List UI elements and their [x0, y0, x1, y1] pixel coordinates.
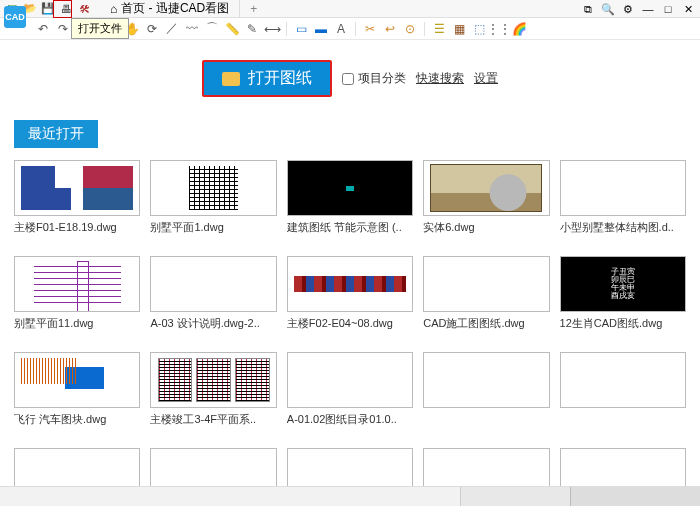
file-thumbnail: [423, 160, 549, 216]
separator: [355, 22, 356, 36]
tab-label: 首页 - 迅捷CAD看图: [121, 0, 229, 17]
file-card[interactable]: [560, 352, 686, 442]
file-card[interactable]: A-03 设计说明.dwg-2..: [150, 256, 276, 346]
draw-tools-icon[interactable]: 🛠: [76, 1, 92, 17]
status-segment-2: [570, 487, 700, 506]
file-name: 飞行 汽车图块.dwg: [14, 412, 140, 427]
rotate-icon[interactable]: ⟳: [143, 20, 161, 38]
print-icon[interactable]: 🖶: [58, 1, 74, 17]
file-name: CAD施工图图纸.dwg: [423, 316, 549, 331]
home-icon: ⌂: [110, 2, 117, 16]
file-card[interactable]: 子丑寅 卯辰巳 午未申 酉戌亥12生肖CAD图纸.dwg: [560, 256, 686, 346]
project-category-input[interactable]: [342, 73, 354, 85]
dimension-icon[interactable]: ⟷: [263, 20, 281, 38]
file-grid: 主楼F01-E18.19.dwg别墅平面1.dwg建筑图纸 节能示意图 (..实…: [14, 160, 686, 476]
file-name: 别墅平面1.dwg: [150, 220, 276, 235]
file-card[interactable]: 主楼F01-E18.19.dwg: [14, 160, 140, 250]
zoom-icon[interactable]: 🔍: [600, 1, 616, 17]
file-card[interactable]: CAD施工图图纸.dwg: [423, 256, 549, 346]
open-drawing-button[interactable]: 打开图纸: [202, 60, 332, 97]
file-card[interactable]: 飞行 汽车图块.dwg: [14, 352, 140, 442]
file-thumbnail: [560, 160, 686, 216]
file-thumbnail: [423, 352, 549, 408]
file-card[interactable]: 建筑图纸 节能示意图 (..: [287, 160, 413, 250]
status-segment: [460, 487, 570, 506]
offset-icon[interactable]: ⊙: [401, 20, 419, 38]
file-name: 主楼竣工3-4F平面系..: [150, 412, 276, 427]
file-thumbnail: 子丑寅 卯辰巳 午未申 酉戌亥: [560, 256, 686, 312]
file-thumbnail: [560, 352, 686, 408]
file-name: 主楼F02-E04~08.dwg: [287, 316, 413, 331]
file-thumbnail: [287, 160, 413, 216]
undo-icon[interactable]: ↶: [34, 20, 52, 38]
tab-add-button[interactable]: +: [242, 2, 265, 16]
project-category-checkbox[interactable]: 项目分类: [342, 70, 406, 87]
tab-home[interactable]: ⌂ 首页 - 迅捷CAD看图: [104, 0, 240, 18]
file-thumbnail: [287, 352, 413, 408]
measure-icon[interactable]: 📏: [223, 20, 241, 38]
block-icon[interactable]: ▦: [450, 20, 468, 38]
file-thumbnail: [150, 256, 276, 312]
file-thumbnail: [14, 352, 140, 408]
file-name: 12生肖CAD图纸.dwg: [560, 316, 686, 331]
maximize-button[interactable]: □: [660, 1, 676, 17]
file-thumbnail: [14, 160, 140, 216]
edit-icon[interactable]: ✎: [243, 20, 261, 38]
3d-icon[interactable]: ⬚: [470, 20, 488, 38]
project-category-label: 项目分类: [358, 70, 406, 87]
text-icon[interactable]: A: [332, 20, 350, 38]
open-drawing-label: 打开图纸: [248, 68, 312, 89]
folder-icon: [222, 72, 240, 86]
file-card[interactable]: 别墅平面11.dwg: [14, 256, 140, 346]
layer-icon[interactable]: ☰: [430, 20, 448, 38]
file-name: 别墅平面11.dwg: [14, 316, 140, 331]
file-card[interactable]: 小型别墅整体结构图.d..: [560, 160, 686, 250]
trim-icon[interactable]: ✂: [361, 20, 379, 38]
file-name: 小型别墅整体结构图.d..: [560, 220, 686, 235]
file-thumbnail: [150, 352, 276, 408]
file-card[interactable]: 别墅平面1.dwg: [150, 160, 276, 250]
file-name: 建筑图纸 节能示意图 (..: [287, 220, 413, 235]
file-card[interactable]: [423, 352, 549, 442]
content-area: 打开图纸 项目分类 快速搜索 设置 最近打开 主楼F01-E18.19.dwg别…: [0, 42, 700, 506]
file-name: 实体6.dwg: [423, 220, 549, 235]
extend-icon[interactable]: ↩: [381, 20, 399, 38]
rect-icon[interactable]: ▭: [292, 20, 310, 38]
arc-icon[interactable]: ⌒: [203, 20, 221, 38]
tooltip-open-file: 打开文件: [71, 18, 129, 39]
recent-open-tab[interactable]: 最近打开: [14, 120, 98, 148]
file-card[interactable]: 主楼竣工3-4F平面系..: [150, 352, 276, 442]
hatch-icon[interactable]: ⋮⋮: [490, 20, 508, 38]
separator: [286, 22, 287, 36]
status-bar: [0, 486, 700, 506]
separator: [424, 22, 425, 36]
titlebar: ▤ 📂 💾 🖶 🛠 ⌂ 首页 - 迅捷CAD看图 + ⧉ 🔍 ⚙ — □ ✕: [0, 0, 700, 18]
file-thumbnail: [150, 160, 276, 216]
file-card[interactable]: 主楼F02-E04~08.dwg: [287, 256, 413, 346]
file-thumbnail: [287, 256, 413, 312]
file-name: A-01.02图纸目录01.0..: [287, 412, 413, 427]
quick-search-link[interactable]: 快速搜索: [416, 70, 464, 87]
close-button[interactable]: ✕: [680, 1, 696, 17]
save-icon[interactable]: 💾: [40, 1, 56, 17]
file-card[interactable]: A-01.02图纸目录01.0..: [287, 352, 413, 442]
file-name: 主楼F01-E18.19.dwg: [14, 220, 140, 235]
minimize-button[interactable]: —: [640, 1, 656, 17]
gear-icon[interactable]: ⚙: [620, 1, 636, 17]
file-card[interactable]: 实体6.dwg: [423, 160, 549, 250]
file-thumbnail: [14, 256, 140, 312]
redo-icon[interactable]: ↷: [54, 20, 72, 38]
file-name: A-03 设计说明.dwg-2..: [150, 316, 276, 331]
window-split-icon[interactable]: ⧉: [580, 1, 596, 17]
action-row: 打开图纸 项目分类 快速搜索 设置: [0, 42, 700, 109]
file-thumbnail: [423, 256, 549, 312]
fill-rect-icon[interactable]: ▬: [312, 20, 330, 38]
polyline-icon[interactable]: 〰: [183, 20, 201, 38]
settings-link[interactable]: 设置: [474, 70, 498, 87]
color-wheel-icon[interactable]: 🌈: [510, 20, 528, 38]
app-logo: CAD: [4, 6, 26, 28]
line-icon[interactable]: ／: [163, 20, 181, 38]
